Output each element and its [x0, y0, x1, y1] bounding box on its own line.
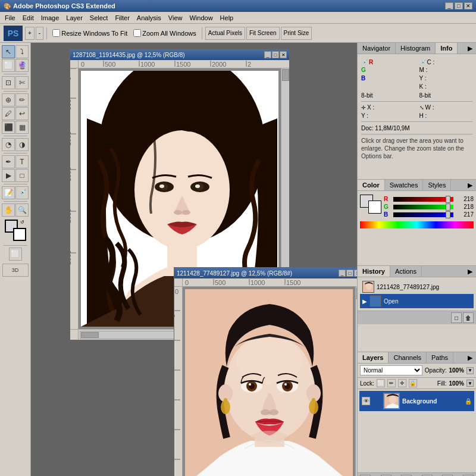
panel-menu-3[interactable]: ▶: [464, 267, 476, 277]
doc2-scrollbar-v[interactable]: [355, 287, 357, 476]
reset-colors[interactable]: ↺: [20, 220, 26, 226]
print-size-button[interactable]: Print Size: [281, 27, 312, 40]
color-spectrum[interactable]: [360, 221, 474, 228]
resize-windows-checkbox[interactable]: [52, 29, 60, 37]
zoom-all-check[interactable]: Zoom All Windows: [133, 29, 196, 37]
lasso-tool[interactable]: ⤵: [15, 45, 29, 58]
tab-history[interactable]: History: [358, 266, 390, 277]
stamp-tool[interactable]: 🖊: [2, 107, 15, 120]
r-slider-track[interactable]: [393, 197, 453, 202]
menu-select[interactable]: Select: [86, 13, 112, 23]
doc1-close[interactable]: ✕: [280, 51, 287, 58]
g-slider-track[interactable]: [393, 205, 453, 209]
brush-tool[interactable]: ✏: [15, 93, 29, 107]
gradient-tool[interactable]: ▦: [15, 121, 29, 134]
menu-analysis[interactable]: Analysis: [133, 13, 165, 23]
window-controls[interactable]: _ □ ✕: [445, 2, 472, 10]
doc1-minimize[interactable]: _: [264, 51, 271, 58]
panel-menu-1[interactable]: ▶: [464, 43, 476, 54]
r-slider-thumb[interactable]: [446, 196, 450, 203]
eraser-tool[interactable]: ⬛: [2, 121, 15, 134]
doc2-maximize[interactable]: □: [346, 270, 353, 277]
fit-screen-button[interactable]: Fit Screen: [246, 27, 280, 40]
history-delete-btn[interactable]: 🗑: [463, 312, 474, 323]
menu-help[interactable]: Help: [217, 13, 237, 23]
minimize-btn[interactable]: _: [445, 2, 453, 10]
tab-info[interactable]: Info: [436, 43, 458, 54]
crop-tool[interactable]: ⊡: [2, 76, 15, 89]
history-item-2[interactable]: ▶ Open: [360, 294, 474, 308]
b-slider-track[interactable]: [393, 212, 453, 217]
tab-channels[interactable]: Channels: [389, 352, 426, 363]
g-slider-thumb[interactable]: [446, 203, 450, 211]
lock-position-icon[interactable]: ✛: [398, 379, 406, 387]
menu-window[interactable]: Window: [186, 13, 216, 23]
blur-tool[interactable]: ◔: [2, 138, 15, 151]
lock-transparency-icon[interactable]: ⬜: [377, 379, 385, 387]
screen-mode-tool[interactable]: ⬜: [9, 248, 22, 261]
fill-arrow[interactable]: ▼: [466, 380, 474, 387]
type-tool[interactable]: T: [15, 155, 29, 168]
doc2-scrollbar-thumb[interactable]: [356, 287, 357, 299]
menu-edit[interactable]: Edit: [19, 13, 37, 23]
doc1-maximize[interactable]: □: [272, 51, 279, 58]
tab-swatches[interactable]: Swatches: [385, 180, 424, 190]
panel-menu-2[interactable]: ▶: [464, 180, 476, 190]
menu-image[interactable]: Image: [37, 13, 63, 23]
hand-tool[interactable]: ✋: [2, 203, 15, 217]
shape-tool[interactable]: □: [15, 169, 29, 182]
actual-pixels-button[interactable]: Actual Pixels: [205, 27, 245, 40]
doc2-controls[interactable]: _ □ ✕: [339, 270, 357, 277]
tab-styles[interactable]: Styles: [423, 180, 451, 190]
history-brush-tool[interactable]: ↩: [15, 107, 29, 120]
zoom-in-button[interactable]: +: [25, 27, 35, 40]
h-scrollbar-thumb[interactable]: [81, 332, 99, 338]
doc2-close[interactable]: ✕: [354, 270, 357, 277]
doc1-controls[interactable]: _ □ ✕: [264, 51, 287, 58]
doc2-titlebar[interactable]: 1211428_77489127.jpg @ 12,5% (RGB/8#) _ …: [174, 268, 357, 278]
background-color[interactable]: [13, 228, 26, 241]
layer-visibility-icon[interactable]: 👁: [362, 397, 370, 405]
eyedropper-tool[interactable]: 💉: [15, 186, 29, 199]
pen-tool[interactable]: ✒: [2, 155, 15, 168]
dodge-tool[interactable]: ◑: [15, 138, 29, 151]
menu-view[interactable]: View: [165, 13, 186, 23]
tab-paths[interactable]: Paths: [427, 352, 453, 363]
marquee-tool[interactable]: ⬜: [2, 59, 15, 72]
notes-tool[interactable]: 📝: [2, 186, 15, 199]
foreground-background-colors[interactable]: ↺: [5, 220, 26, 241]
tab-layers[interactable]: Layers: [358, 352, 389, 363]
blend-mode-select[interactable]: Normal: [360, 365, 422, 375]
lock-all-icon[interactable]: 🔒: [409, 379, 417, 387]
background-color-swatch[interactable]: [368, 201, 381, 214]
menu-filter[interactable]: Filter: [111, 13, 133, 23]
zoom-all-checkbox[interactable]: [133, 29, 141, 37]
layer-item-background[interactable]: 👁 Background 🔒: [359, 391, 474, 411]
history-new-btn[interactable]: □: [451, 312, 462, 323]
quick-select-tool[interactable]: 🔮: [15, 59, 29, 72]
scrollbar-thumb[interactable]: [282, 69, 289, 81]
panel-menu-4[interactable]: ▶: [464, 353, 476, 363]
menu-layer[interactable]: Layer: [62, 13, 86, 23]
move-tool[interactable]: ↖: [2, 45, 15, 58]
tab-histogram[interactable]: Histogram: [396, 43, 436, 54]
menu-file[interactable]: File: [1, 13, 19, 23]
history-item-1[interactable]: 1211428_77489127.jpg: [360, 280, 474, 294]
spot-heal-tool[interactable]: ⊕: [2, 93, 15, 107]
doc2-minimize[interactable]: _: [339, 270, 346, 277]
close-btn[interactable]: ✕: [464, 2, 472, 10]
3d-tool[interactable]: 3D: [2, 264, 29, 277]
slice-tool[interactable]: ✄: [15, 76, 29, 89]
opacity-arrow[interactable]: ▼: [466, 367, 474, 374]
lock-pixels-icon[interactable]: ✏: [387, 379, 396, 387]
b-slider-thumb[interactable]: [446, 211, 450, 218]
path-select-tool[interactable]: ▶: [2, 169, 15, 182]
tab-actions[interactable]: Actions: [390, 266, 422, 277]
doc1-titlebar[interactable]: 1287108_11914435.jpg @ 12,5% (RGB/8) _ □…: [70, 49, 289, 60]
zoom-tool[interactable]: 🔍: [15, 203, 29, 217]
resize-windows-check[interactable]: Resize Windows To Fit: [52, 29, 127, 37]
zoom-out-button[interactable]: -: [36, 27, 43, 40]
maximize-btn[interactable]: □: [455, 2, 463, 10]
tab-navigator[interactable]: Navigator: [358, 43, 396, 54]
tab-color[interactable]: Color: [358, 180, 385, 190]
